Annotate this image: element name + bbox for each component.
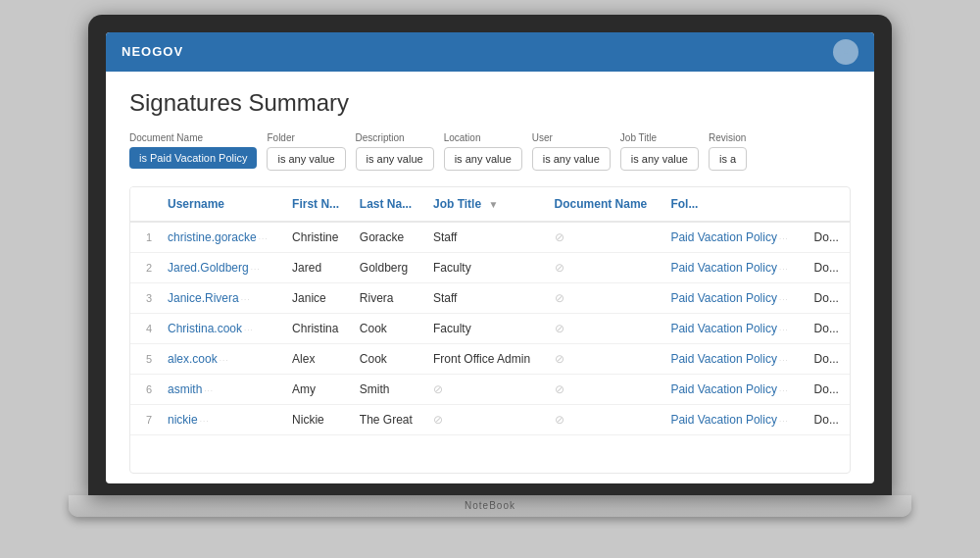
cell-username: christine.goracke··· [160, 222, 284, 253]
cell-folder: Do... [807, 313, 850, 343]
cell-docname: Paid Vacation Policy··· [662, 374, 806, 404]
cell-folder: Do... [807, 252, 850, 282]
cell-firstname: Alex [284, 343, 352, 374]
cell-jobtitle: ⊘ [425, 374, 547, 404]
filter-document-name-label: Document Name [129, 132, 257, 143]
laptop-base: NoteBook [69, 495, 911, 517]
cell-jobtitle-icon: ⊘ [547, 404, 663, 434]
cell-folder: Do... [807, 222, 850, 253]
table-row: 4 Christina.cook··· Christina Cook Facul… [130, 313, 850, 343]
cell-lastname: Cook [352, 343, 425, 374]
cell-docname: Paid Vacation Policy··· [662, 222, 806, 253]
table-row: 1 christine.goracke··· Christine Goracke… [130, 222, 850, 253]
main-content: Signatures Summary Document Name is Paid… [106, 72, 874, 483]
svg-point-0 [842, 44, 849, 51]
cell-num: 5 [130, 343, 160, 374]
laptop-container: NEOGOV Signatures Summary Document Name … [69, 15, 911, 544]
col-docname[interactable]: Document Name [547, 187, 663, 222]
cell-jobtitle: Faculty [425, 252, 547, 282]
col-num [130, 187, 160, 222]
cell-jobtitle-icon: ⊘ [547, 374, 663, 404]
laptop-screen: NEOGOV Signatures Summary Document Name … [106, 32, 874, 483]
col-folder[interactable]: Fol... [662, 187, 806, 222]
cell-docname: Paid Vacation Policy··· [662, 282, 806, 313]
cell-firstname: Nickie [284, 404, 352, 434]
filter-folder-chip[interactable]: is any value [267, 147, 345, 171]
filter-job-title: Job Title is any value [620, 132, 699, 171]
cell-username: asmith··· [160, 374, 284, 404]
cell-num: 3 [130, 282, 160, 313]
cell-firstname: Amy [284, 374, 352, 404]
table-row: 7 nickie··· Nickie The Great ⊘ ⊘ Paid Va… [130, 404, 850, 434]
col-username[interactable]: Username [160, 187, 284, 222]
filter-description-label: Description [356, 132, 434, 143]
filter-revision-chip[interactable]: is a [709, 147, 747, 171]
cell-username: nickie··· [160, 404, 284, 434]
cell-jobtitle-icon: ⊘ [547, 252, 663, 282]
filter-description: Description is any value [356, 132, 434, 171]
filter-revision-label: Revision [709, 132, 747, 143]
filter-user-chip[interactable]: is any value [532, 147, 611, 171]
cell-docname: Paid Vacation Policy··· [662, 313, 806, 343]
filter-user-label: User [532, 132, 611, 143]
cell-jobtitle-icon: ⊘ [547, 343, 663, 374]
cell-jobtitle: Faculty [425, 313, 547, 343]
cell-jobtitle: Staff [425, 222, 547, 253]
cell-firstname: Janice [284, 282, 352, 313]
cell-folder: Do... [807, 343, 850, 374]
filter-location-chip[interactable]: is any value [444, 147, 522, 171]
filter-job-title-chip[interactable]: is any value [620, 147, 699, 171]
filter-document-name: Document Name is Paid Vacation Policy [129, 132, 257, 169]
table-row: 3 Janice.Rivera··· Janice Rivera Staff ⊘… [130, 282, 850, 313]
cell-jobtitle-icon: ⊘ [547, 282, 663, 313]
cell-num: 6 [130, 374, 160, 404]
cell-jobtitle-icon: ⊘ [547, 313, 663, 343]
app-logo: NEOGOV [122, 44, 183, 59]
cell-docname: Paid Vacation Policy··· [662, 404, 806, 434]
filter-folder: Folder is any value [267, 132, 345, 171]
table-row: 6 asmith··· Amy Smith ⊘ ⊘ Paid Vacation … [130, 374, 850, 404]
sort-icon: ▼ [488, 199, 498, 210]
cell-lastname: Rivera [352, 282, 425, 313]
cell-num: 4 [130, 313, 160, 343]
cell-num: 2 [130, 252, 160, 282]
cell-jobtitle: Front Office Admin [425, 343, 547, 374]
cell-folder: Do... [807, 374, 850, 404]
filter-user: User is any value [532, 132, 611, 171]
cell-firstname: Christine [284, 222, 352, 253]
cell-lastname: Goracke [352, 222, 425, 253]
table-row: 5 alex.cook··· Alex Cook Front Office Ad… [130, 343, 850, 374]
filter-document-name-chip[interactable]: is Paid Vacation Policy [129, 147, 257, 169]
cell-lastname: Goldberg [352, 252, 425, 282]
app-header: NEOGOV [106, 32, 874, 72]
cell-docname: Paid Vacation Policy··· [662, 252, 806, 282]
cell-num: 1 [130, 222, 160, 253]
col-firstname[interactable]: First N... [284, 187, 352, 222]
col-lastname[interactable]: Last Na... [352, 187, 425, 222]
cell-firstname: Christina [284, 313, 352, 343]
cell-username: alex.cook··· [160, 343, 284, 374]
cell-lastname: Cook [352, 313, 425, 343]
table-container: Username First N... Last Na... Job Title… [129, 186, 851, 474]
col-jobtitle[interactable]: Job Title ▼ [425, 187, 547, 222]
cell-jobtitle-icon: ⊘ [547, 222, 663, 253]
cell-username: Christina.cook··· [160, 313, 284, 343]
cell-folder: Do... [807, 404, 850, 434]
filter-description-chip[interactable]: is any value [356, 147, 434, 171]
filter-location-label: Location [444, 132, 522, 143]
filter-job-title-label: Job Title [620, 132, 699, 143]
cell-lastname: The Great [352, 404, 425, 434]
cell-firstname: Jared [284, 252, 352, 282]
signatures-table: Username First N... Last Na... Job Title… [130, 187, 850, 435]
cell-num: 7 [130, 404, 160, 434]
table-header-row: Username First N... Last Na... Job Title… [130, 187, 850, 222]
filter-location: Location is any value [444, 132, 522, 171]
avatar [833, 39, 858, 65]
cell-username: Jared.Goldberg··· [160, 252, 284, 282]
filters-row: Document Name is Paid Vacation Policy Fo… [129, 132, 851, 171]
cell-docname: Paid Vacation Policy··· [662, 343, 806, 374]
cell-lastname: Smith [352, 374, 425, 404]
filter-revision: Revision is a [709, 132, 747, 171]
screen-bezel: NEOGOV Signatures Summary Document Name … [88, 15, 892, 495]
notebook-label: NoteBook [465, 500, 515, 511]
